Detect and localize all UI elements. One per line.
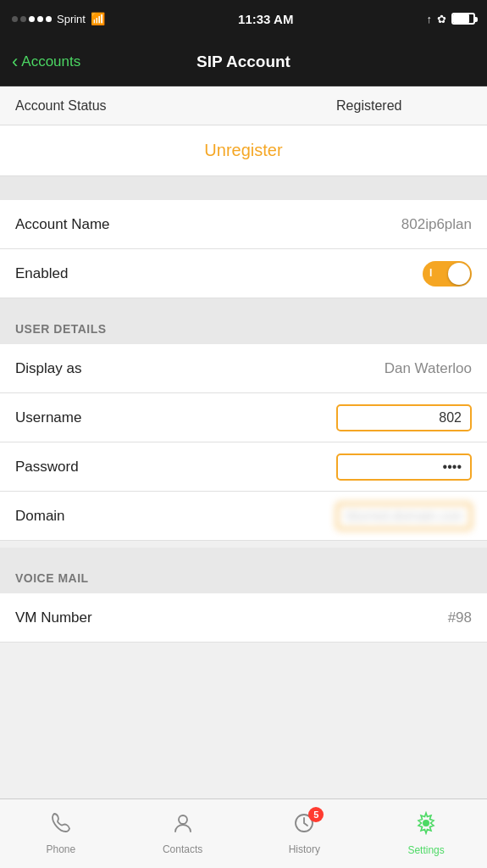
account-status-label: Account Status — [0, 98, 252, 114]
tab-history[interactable]: 5 History — [244, 812, 366, 855]
section-divider-1 — [0, 176, 487, 200]
history-badge: 5 — [308, 807, 324, 822]
status-bar: Sprint 📶 11:33 AM ↑ ✿ — [0, 0, 487, 37]
status-left: Sprint 📶 — [12, 12, 105, 25]
display-as-row: Display as Dan Waterloo — [0, 344, 487, 393]
signal-dot-1 — [12, 16, 18, 22]
history-badge-wrapper: 5 — [293, 812, 315, 840]
back-label: Accounts — [21, 53, 80, 70]
status-time: 11:33 AM — [238, 12, 293, 26]
domain-input[interactable] — [336, 503, 472, 530]
svg-point-2 — [423, 820, 429, 826]
tab-phone[interactable]: Phone — [0, 812, 122, 855]
username-row: Username — [0, 393, 487, 442]
back-button[interactable]: ‹ Accounts — [12, 53, 80, 71]
vm-number-value: #98 — [448, 609, 472, 626]
location-icon: ↑ — [427, 13, 433, 25]
enabled-row: Enabled I — [0, 249, 487, 298]
phone-icon — [50, 812, 72, 840]
svg-point-0 — [179, 815, 187, 824]
vm-section: VM Number #98 — [0, 593, 487, 643]
tab-history-label: History — [289, 843, 320, 855]
password-input[interactable] — [336, 453, 472, 481]
account-name-value: 802ip6plan — [401, 216, 472, 233]
signal-dot-3 — [29, 16, 35, 22]
account-name-label: Account Name — [15, 216, 401, 233]
nav-bar: ‹ Accounts SIP Account — [0, 37, 487, 86]
signal-dot-5 — [46, 16, 52, 22]
toggle-on-text: I — [429, 267, 432, 279]
password-row: Password — [0, 442, 487, 492]
password-label: Password — [15, 459, 336, 476]
enabled-label: Enabled — [15, 265, 423, 282]
bluetooth-icon: ✿ — [437, 13, 446, 25]
user-details-header-text: USER DETAILS — [15, 322, 107, 336]
user-details-section: Display as Dan Waterloo Username Passwor… — [0, 344, 487, 541]
contacts-icon — [172, 812, 194, 840]
account-status-value: Registered — [252, 98, 488, 114]
carrier-label: Sprint — [57, 13, 86, 25]
tab-contacts[interactable]: Contacts — [122, 812, 244, 855]
signal-dot-4 — [37, 16, 43, 22]
domain-row: Domain — [0, 492, 487, 541]
tab-settings[interactable]: Settings — [365, 811, 487, 856]
username-input[interactable] — [336, 404, 472, 431]
toggle-knob — [448, 263, 470, 285]
status-right: ↑ ✿ — [427, 13, 476, 25]
display-as-value: Dan Waterloo — [385, 360, 472, 377]
tab-bar: Phone Contacts 5 History — [0, 798, 487, 868]
username-label: Username — [15, 409, 336, 426]
signal-dot-2 — [20, 16, 26, 22]
vm-number-row: VM Number #98 — [0, 593, 487, 643]
chevron-left-icon: ‹ — [12, 53, 18, 71]
account-name-row: Account Name 802ip6plan — [0, 200, 487, 249]
unregister-button[interactable]: Unregister — [204, 141, 282, 160]
tab-phone-label: Phone — [47, 843, 76, 855]
settings-icon — [414, 811, 438, 841]
tab-contacts-label: Contacts — [163, 843, 202, 855]
page-title: SIP Account — [196, 53, 291, 71]
display-as-label: Display as — [15, 360, 385, 377]
user-details-header: USER DETAILS — [0, 298, 487, 344]
account-name-section: Account Name 802ip6plan Enabled I — [0, 200, 487, 298]
account-status-bar: Account Status Registered — [0, 86, 487, 125]
voice-mail-header: VOICE MAIL — [0, 548, 487, 593]
enabled-toggle[interactable]: I — [423, 261, 472, 287]
vm-number-label: VM Number — [15, 609, 448, 626]
wifi-icon: 📶 — [91, 12, 105, 25]
voice-mail-header-text: VOICE MAIL — [15, 571, 89, 585]
domain-label: Domain — [15, 508, 336, 525]
battery-icon — [451, 13, 475, 25]
unregister-section: Unregister — [0, 125, 487, 176]
tab-settings-label: Settings — [407, 844, 444, 856]
